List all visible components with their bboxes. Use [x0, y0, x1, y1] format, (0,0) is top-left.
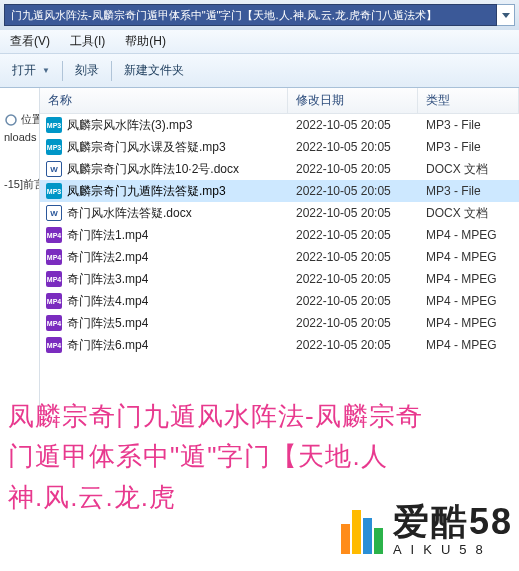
- file-name: 奇门阵法5.mp4: [67, 315, 148, 332]
- file-row[interactable]: MP4奇门阵法6.mp42022-10-05 20:05MP4 - MPEG: [40, 334, 519, 356]
- address-bar: 门九遁风水阵法-凤麟宗奇门遁甲体系中"遁"字门【天地.人.神.风.云.龙.虎奇门…: [0, 0, 519, 30]
- docx-file-icon: W: [46, 205, 62, 221]
- file-name-cell: MP4奇门阵法6.mp4: [40, 337, 288, 354]
- docx-file-icon: W: [46, 161, 62, 177]
- mp4-file-icon: MP4: [46, 249, 62, 265]
- file-row[interactable]: MP3凤麟宗奇门九遁阵法答疑.mp32022-10-05 20:05MP3 - …: [40, 180, 519, 202]
- file-row[interactable]: MP4奇门阵法4.mp42022-10-05 20:05MP4 - MPEG: [40, 290, 519, 312]
- sidebar-label: -15]前言: [4, 177, 40, 192]
- file-name-cell: MP4奇门阵法5.mp4: [40, 315, 288, 332]
- sidebar-label: 位置: [21, 112, 40, 127]
- file-pane: 名称 修改日期 类型 MP3凤麟宗风水阵法(3).mp32022-10-05 2…: [40, 88, 519, 411]
- file-name: 奇门阵法3.mp4: [67, 271, 148, 288]
- file-date: 2022-10-05 20:05: [288, 162, 418, 176]
- file-name-cell: W奇门风水阵法答疑.docx: [40, 205, 288, 222]
- mp4-file-icon: MP4: [46, 315, 62, 331]
- file-name-cell: MP3凤麟宗奇门风水课及答疑.mp3: [40, 139, 288, 156]
- file-row[interactable]: W凤麟宗奇门风水阵法10·2号.docx2022-10-05 20:05DOCX…: [40, 158, 519, 180]
- file-name: 奇门阵法1.mp4: [67, 227, 148, 244]
- mp4-file-icon: MP4: [46, 293, 62, 309]
- mp3-file-icon: MP3: [46, 183, 62, 199]
- watermark: 爱酷58 AIKU58: [341, 504, 513, 557]
- file-name: 奇门阵法6.mp4: [67, 337, 148, 354]
- new-folder-button[interactable]: 新建文件夹: [116, 59, 192, 83]
- file-name-cell: MP4奇门阵法3.mp4: [40, 271, 288, 288]
- file-name-cell: MP4奇门阵法4.mp4: [40, 293, 288, 310]
- sidebar-label: nloads: [4, 131, 36, 143]
- file-row[interactable]: MP3凤麟宗风水阵法(3).mp32022-10-05 20:05MP3 - F…: [40, 114, 519, 136]
- mp4-file-icon: MP4: [46, 271, 62, 287]
- file-name: 奇门风水阵法答疑.docx: [67, 205, 192, 222]
- open-button[interactable]: 打开 ▼: [4, 59, 58, 83]
- column-headers: 名称 修改日期 类型: [40, 88, 519, 114]
- file-row[interactable]: MP4奇门阵法2.mp42022-10-05 20:05MP4 - MPEG: [40, 246, 519, 268]
- file-type: MP4 - MPEG: [418, 228, 519, 242]
- file-type: MP3 - File: [418, 184, 519, 198]
- column-date[interactable]: 修改日期: [288, 88, 418, 113]
- overlay-line: 门遁甲体系中"遁"字门【天地.人: [8, 436, 519, 476]
- file-date: 2022-10-05 20:05: [288, 184, 418, 198]
- file-type: DOCX 文档: [418, 205, 519, 222]
- file-row[interactable]: MP4奇门阵法5.mp42022-10-05 20:05MP4 - MPEG: [40, 312, 519, 334]
- address-dropdown-button[interactable]: [497, 4, 515, 26]
- file-type: MP4 - MPEG: [418, 272, 519, 286]
- open-label: 打开: [12, 62, 36, 79]
- mp4-file-icon: MP4: [46, 337, 62, 353]
- file-type: MP3 - File: [418, 140, 519, 154]
- overlay-caption: 凤麟宗奇门九遁风水阵法-凤麟宗奇 门遁甲体系中"遁"字门【天地.人 神.风.云.…: [8, 396, 519, 517]
- menu-view[interactable]: 查看(V): [0, 30, 60, 53]
- menu-tools[interactable]: 工具(I): [60, 30, 115, 53]
- watermark-en: AIKU58: [393, 542, 492, 557]
- location-icon: [4, 113, 18, 127]
- file-name-cell: MP3凤麟宗奇门九遁阵法答疑.mp3: [40, 183, 288, 200]
- file-name: 凤麟宗奇门风水阵法10·2号.docx: [67, 161, 239, 178]
- file-name-cell: MP4奇门阵法1.mp4: [40, 227, 288, 244]
- file-type: MP4 - MPEG: [418, 250, 519, 264]
- svg-point-0: [6, 115, 16, 125]
- column-name[interactable]: 名称: [40, 88, 288, 113]
- toolbar-separator: [62, 61, 63, 81]
- file-row[interactable]: W奇门风水阵法答疑.docx2022-10-05 20:05DOCX 文档: [40, 202, 519, 224]
- file-date: 2022-10-05 20:05: [288, 316, 418, 330]
- file-list: MP3凤麟宗风水阵法(3).mp32022-10-05 20:05MP3 - F…: [40, 114, 519, 356]
- watermark-cn: 爱酷58: [393, 504, 513, 540]
- file-name-cell: W凤麟宗奇门风水阵法10·2号.docx: [40, 161, 288, 178]
- file-name: 凤麟宗奇门九遁阵法答疑.mp3: [67, 183, 226, 200]
- file-date: 2022-10-05 20:05: [288, 338, 418, 352]
- burn-button[interactable]: 刻录: [67, 59, 107, 83]
- file-name-cell: MP3凤麟宗风水阵法(3).mp3: [40, 117, 288, 134]
- file-date: 2022-10-05 20:05: [288, 206, 418, 220]
- file-row[interactable]: MP3凤麟宗奇门风水课及答疑.mp32022-10-05 20:05MP3 - …: [40, 136, 519, 158]
- mp3-file-icon: MP3: [46, 117, 62, 133]
- address-path[interactable]: 门九遁风水阵法-凤麟宗奇门遁甲体系中"遁"字门【天地.人.神.风.云.龙.虎奇门…: [4, 4, 497, 26]
- sidebar-item[interactable]: 位置: [2, 110, 37, 129]
- file-date: 2022-10-05 20:05: [288, 228, 418, 242]
- chevron-down-icon: ▼: [42, 66, 50, 75]
- file-row[interactable]: MP4奇门阵法3.mp42022-10-05 20:05MP4 - MPEG: [40, 268, 519, 290]
- file-name: 奇门阵法4.mp4: [67, 293, 148, 310]
- watermark-text: 爱酷58 AIKU58: [393, 504, 513, 557]
- menu-help[interactable]: 帮助(H): [115, 30, 176, 53]
- sidebar-item[interactable]: -15]前言: [2, 175, 37, 194]
- file-type: MP4 - MPEG: [418, 294, 519, 308]
- column-type[interactable]: 类型: [418, 88, 519, 113]
- file-type: MP4 - MPEG: [418, 338, 519, 352]
- toolbar: 打开 ▼ 刻录 新建文件夹: [0, 54, 519, 88]
- file-type: DOCX 文档: [418, 161, 519, 178]
- file-name-cell: MP4奇门阵法2.mp4: [40, 249, 288, 266]
- file-date: 2022-10-05 20:05: [288, 118, 418, 132]
- toolbar-separator: [111, 61, 112, 81]
- file-date: 2022-10-05 20:05: [288, 294, 418, 308]
- file-type: MP3 - File: [418, 118, 519, 132]
- file-type: MP4 - MPEG: [418, 316, 519, 330]
- mp3-file-icon: MP3: [46, 139, 62, 155]
- file-date: 2022-10-05 20:05: [288, 272, 418, 286]
- sidebar-item[interactable]: nloads: [2, 129, 37, 145]
- file-date: 2022-10-05 20:05: [288, 250, 418, 264]
- file-row[interactable]: MP4奇门阵法1.mp42022-10-05 20:05MP4 - MPEG: [40, 224, 519, 246]
- overlay-line: 凤麟宗奇门九遁风水阵法-凤麟宗奇: [8, 396, 519, 436]
- file-name: 奇门阵法2.mp4: [67, 249, 148, 266]
- watermark-logo-icon: [341, 508, 387, 554]
- content-area: 位置 nloads -15]前言 名称 修改日期 类型 MP3凤麟宗风水阵法(3…: [0, 88, 519, 411]
- menu-bar: 查看(V) 工具(I) 帮助(H): [0, 30, 519, 54]
